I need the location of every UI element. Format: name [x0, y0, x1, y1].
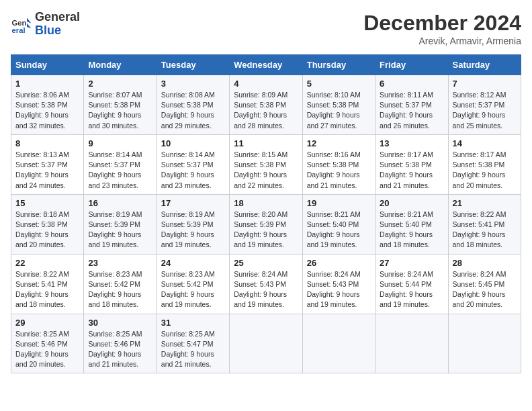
- day-number: 26: [307, 258, 371, 268]
- day-number: 30: [88, 318, 152, 328]
- day-info: Sunrise: 8:17 AMSunset: 5:38 PMDaylight:…: [453, 150, 517, 191]
- day-info: Sunrise: 8:23 AMSunset: 5:42 PMDaylight:…: [161, 269, 225, 310]
- day-number: 9: [88, 138, 152, 148]
- calendar-cell: 25Sunrise: 8:24 AMSunset: 5:43 PMDayligh…: [230, 254, 302, 314]
- day-number: 28: [453, 258, 517, 268]
- day-info: Sunrise: 8:19 AMSunset: 5:39 PMDaylight:…: [161, 210, 225, 250]
- day-number: 24: [161, 258, 225, 268]
- day-info: Sunrise: 8:24 AMSunset: 5:43 PMDaylight:…: [307, 269, 371, 310]
- calendar-cell: 21Sunrise: 8:22 AMSunset: 5:41 PMDayligh…: [448, 194, 521, 254]
- calendar-cell: 29Sunrise: 8:25 AMSunset: 5:46 PMDayligh…: [11, 314, 84, 373]
- day-number: 12: [307, 138, 371, 148]
- day-number: 11: [234, 138, 298, 148]
- day-info: Sunrise: 8:20 AMSunset: 5:39 PMDaylight:…: [234, 210, 298, 250]
- day-info: Sunrise: 8:21 AMSunset: 5:40 PMDaylight:…: [380, 210, 443, 250]
- svg-text:eral: eral: [12, 26, 26, 34]
- day-info: Sunrise: 8:09 AMSunset: 5:38 PMDaylight:…: [234, 90, 298, 131]
- calendar-cell: [230, 314, 302, 373]
- day-number: 29: [15, 318, 79, 328]
- calendar-cell: 23Sunrise: 8:23 AMSunset: 5:42 PMDayligh…: [84, 254, 157, 314]
- day-number: 27: [380, 258, 443, 268]
- calendar-cell: [302, 314, 375, 373]
- day-header-monday: Monday: [84, 55, 157, 75]
- day-number: 13: [380, 138, 443, 148]
- calendar-cell: 14Sunrise: 8:17 AMSunset: 5:38 PMDayligh…: [448, 134, 521, 194]
- calendar-cell: 3Sunrise: 8:08 AMSunset: 5:38 PMDaylight…: [157, 75, 229, 135]
- day-number: 31: [161, 318, 225, 328]
- day-number: 18: [234, 198, 298, 208]
- day-info: Sunrise: 8:17 AMSunset: 5:38 PMDaylight:…: [380, 150, 443, 191]
- day-info: Sunrise: 8:13 AMSunset: 5:37 PMDaylight:…: [15, 150, 79, 191]
- day-info: Sunrise: 8:10 AMSunset: 5:38 PMDaylight:…: [307, 90, 371, 131]
- day-number: 14: [453, 138, 517, 148]
- logo-general: General: [35, 10, 80, 24]
- calendar-cell: 22Sunrise: 8:22 AMSunset: 5:41 PMDayligh…: [11, 254, 84, 314]
- day-number: 2: [88, 79, 152, 89]
- day-number: 23: [88, 258, 152, 268]
- day-number: 8: [15, 138, 79, 148]
- title-block: December 2024 Arevik, Armavir, Armenia: [363, 11, 521, 46]
- calendar-cell: 5Sunrise: 8:10 AMSunset: 5:38 PMDaylight…: [302, 75, 375, 135]
- day-info: Sunrise: 8:24 AMSunset: 5:45 PMDaylight:…: [453, 269, 517, 310]
- day-info: Sunrise: 8:25 AMSunset: 5:47 PMDaylight:…: [161, 329, 225, 370]
- day-info: Sunrise: 8:22 AMSunset: 5:41 PMDaylight:…: [15, 269, 79, 310]
- day-header-tuesday: Tuesday: [157, 55, 229, 75]
- calendar-cell: 2Sunrise: 8:07 AMSunset: 5:38 PMDaylight…: [84, 75, 157, 135]
- day-number: 20: [380, 198, 443, 208]
- day-info: Sunrise: 8:18 AMSunset: 5:38 PMDaylight:…: [15, 210, 79, 250]
- calendar-table: SundayMondayTuesdayWednesdayThursdayFrid…: [11, 54, 521, 373]
- calendar-cell: 7Sunrise: 8:12 AMSunset: 5:37 PMDaylight…: [448, 75, 521, 135]
- logo: Gen eral General Blue: [11, 11, 80, 38]
- day-number: 1: [15, 79, 79, 89]
- calendar-cell: 27Sunrise: 8:24 AMSunset: 5:44 PMDayligh…: [375, 254, 448, 314]
- calendar-header-row: SundayMondayTuesdayWednesdayThursdayFrid…: [11, 55, 521, 75]
- day-info: Sunrise: 8:19 AMSunset: 5:39 PMDaylight:…: [88, 210, 152, 250]
- svg-marker-3: [27, 23, 31, 28]
- day-number: 10: [161, 138, 225, 148]
- day-info: Sunrise: 8:14 AMSunset: 5:37 PMDaylight:…: [88, 150, 152, 191]
- day-number: 19: [307, 198, 371, 208]
- calendar-cell: 16Sunrise: 8:19 AMSunset: 5:39 PMDayligh…: [84, 194, 157, 254]
- svg-text:Gen: Gen: [12, 18, 27, 26]
- svg-marker-2: [27, 17, 31, 23]
- day-info: Sunrise: 8:24 AMSunset: 5:44 PMDaylight:…: [380, 269, 443, 310]
- calendar-cell: 24Sunrise: 8:23 AMSunset: 5:42 PMDayligh…: [157, 254, 229, 314]
- day-info: Sunrise: 8:14 AMSunset: 5:37 PMDaylight:…: [161, 150, 225, 191]
- day-info: Sunrise: 8:22 AMSunset: 5:41 PMDaylight:…: [453, 210, 517, 250]
- calendar-cell: 31Sunrise: 8:25 AMSunset: 5:47 PMDayligh…: [157, 314, 229, 373]
- calendar-cell: 8Sunrise: 8:13 AMSunset: 5:37 PMDaylight…: [11, 134, 84, 194]
- calendar-week-2: 8Sunrise: 8:13 AMSunset: 5:37 PMDaylight…: [11, 134, 521, 194]
- day-info: Sunrise: 8:11 AMSunset: 5:37 PMDaylight:…: [380, 90, 443, 131]
- calendar-cell: [448, 314, 521, 373]
- location-subtitle: Arevik, Armavir, Armenia: [363, 36, 521, 46]
- page-header: Gen eral General Blue December 2024 Arev…: [11, 11, 521, 46]
- month-title: December 2024: [363, 11, 521, 36]
- day-number: 5: [307, 79, 371, 89]
- calendar-week-4: 22Sunrise: 8:22 AMSunset: 5:41 PMDayligh…: [11, 254, 521, 314]
- calendar-cell: 26Sunrise: 8:24 AMSunset: 5:43 PMDayligh…: [302, 254, 375, 314]
- calendar-cell: 15Sunrise: 8:18 AMSunset: 5:38 PMDayligh…: [11, 194, 84, 254]
- calendar-week-3: 15Sunrise: 8:18 AMSunset: 5:38 PMDayligh…: [11, 194, 521, 254]
- day-info: Sunrise: 8:07 AMSunset: 5:38 PMDaylight:…: [88, 90, 152, 131]
- day-info: Sunrise: 8:08 AMSunset: 5:38 PMDaylight:…: [161, 90, 225, 131]
- day-info: Sunrise: 8:25 AMSunset: 5:46 PMDaylight:…: [88, 329, 152, 370]
- day-header-thursday: Thursday: [302, 55, 375, 75]
- day-info: Sunrise: 8:21 AMSunset: 5:40 PMDaylight:…: [307, 210, 371, 250]
- day-number: 22: [15, 258, 79, 268]
- day-number: 7: [453, 79, 517, 89]
- day-number: 6: [380, 79, 443, 89]
- calendar-cell: 28Sunrise: 8:24 AMSunset: 5:45 PMDayligh…: [448, 254, 521, 314]
- day-number: 21: [453, 198, 517, 208]
- day-number: 15: [15, 198, 79, 208]
- calendar-cell: 10Sunrise: 8:14 AMSunset: 5:37 PMDayligh…: [157, 134, 229, 194]
- day-info: Sunrise: 8:06 AMSunset: 5:38 PMDaylight:…: [15, 90, 79, 131]
- day-number: 4: [234, 79, 298, 89]
- calendar-cell: 18Sunrise: 8:20 AMSunset: 5:39 PMDayligh…: [230, 194, 302, 254]
- calendar-cell: 11Sunrise: 8:15 AMSunset: 5:38 PMDayligh…: [230, 134, 302, 194]
- day-header-wednesday: Wednesday: [230, 55, 302, 75]
- calendar-cell: 30Sunrise: 8:25 AMSunset: 5:46 PMDayligh…: [84, 314, 157, 373]
- day-info: Sunrise: 8:15 AMSunset: 5:38 PMDaylight:…: [234, 150, 298, 191]
- logo-blue: Blue: [35, 24, 61, 37]
- calendar-cell: 6Sunrise: 8:11 AMSunset: 5:37 PMDaylight…: [375, 75, 448, 135]
- day-info: Sunrise: 8:25 AMSunset: 5:46 PMDaylight:…: [15, 329, 79, 370]
